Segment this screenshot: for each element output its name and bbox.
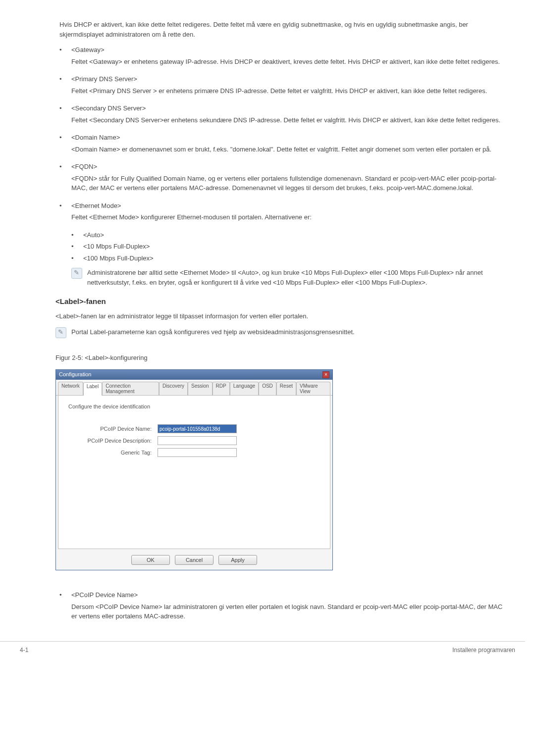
tab-reset[interactable]: Reset xyxy=(276,382,296,395)
dialog-titlebar: Configuration × xyxy=(56,370,332,380)
sub-bullet-text: <10 Mbps Full-Duplex> xyxy=(83,242,505,252)
tab-language[interactable]: Language xyxy=(230,382,259,395)
tab-network[interactable]: Network xyxy=(58,382,83,395)
form-input[interactable] xyxy=(158,436,237,445)
bullet-title: <FQDN> xyxy=(71,162,505,172)
form-input[interactable] xyxy=(158,448,237,457)
figure-caption: Figur 2-5: <Label>-konfigurering xyxy=(55,353,505,363)
tab-discovery[interactable]: Discovery xyxy=(159,382,188,395)
tab-connection-management[interactable]: Connection Management xyxy=(102,382,159,395)
bullet-desc: Feltet <Primary DNS Server > er enhetens… xyxy=(71,86,505,96)
bullet-marker: • xyxy=(71,242,83,252)
bullet-title: <Primary DNS Server> xyxy=(71,74,505,84)
bullet-marker: • xyxy=(59,45,71,71)
form-label: PCoIP Device Name: xyxy=(68,426,158,432)
bullet-marker: • xyxy=(59,74,71,101)
footer-section-name: Installere programvaren xyxy=(452,647,515,654)
sub-bullet-text: <Auto> xyxy=(83,230,505,240)
note-icon xyxy=(55,327,66,338)
footer-page-number: 4-1 xyxy=(20,647,28,654)
note-text: Administratorene bør alltid sette <Ether… xyxy=(87,268,505,287)
bullet-desc: Feltet <Secondary DNS Server>er enhetens… xyxy=(71,115,505,125)
tab-label[interactable]: Label xyxy=(83,382,102,396)
tab-vmware-view[interactable]: VMware View xyxy=(296,382,330,395)
section-note: Portal Label-parameterne kan også konfig… xyxy=(71,327,505,338)
bullet-marker: • xyxy=(71,253,83,263)
bullet-title: <Domain Name> xyxy=(71,133,505,143)
form-label: Generic Tag: xyxy=(68,450,158,455)
dialog-title: Configuration xyxy=(59,371,91,378)
bullet-title: <Secondary DNS Server> xyxy=(71,103,505,113)
bullet-desc: <Domain Name> er domenenavnet som er bru… xyxy=(71,145,505,154)
bullet-marker: • xyxy=(59,201,71,227)
bullet-marker: • xyxy=(59,103,71,130)
bullet-marker: • xyxy=(71,230,83,240)
bullet-title-pcoip-device-name: <PCoIP Device Name> xyxy=(71,590,505,600)
ok-button[interactable]: OK xyxy=(131,555,170,565)
dialog-body-heading: Configure the device identification xyxy=(68,403,320,409)
intro-paragraph: Hvis DHCP er aktivert, kan ikke dette fe… xyxy=(59,20,505,39)
tab-session[interactable]: Session xyxy=(188,382,213,395)
section-title-label: <Label>-fanen xyxy=(55,297,505,305)
form-label: PCoIP Device Description: xyxy=(68,438,158,444)
bullet-desc: Feltet <Ethernet Mode> konfigurerer Ethe… xyxy=(71,212,505,222)
bullet-desc: <FQDN> står for Fully Qualified Domain N… xyxy=(71,174,505,193)
form-input[interactable] xyxy=(158,424,237,433)
bullet-desc-pcoip-device-name: Dersom <PCoIP Device Name> lar administr… xyxy=(71,602,505,621)
bullet-marker: • xyxy=(59,133,71,159)
tabs-row: NetworkLabelConnection ManagementDiscove… xyxy=(56,380,332,396)
configuration-dialog-figure: Configuration × NetworkLabelConnection M… xyxy=(55,369,505,570)
bullet-desc: Feltet <Gateway> er enhetens gateway IP-… xyxy=(71,57,505,67)
cancel-button[interactable]: Cancel xyxy=(175,555,214,565)
bullet-title: <Ethernet Mode> xyxy=(71,201,505,211)
tab-osd[interactable]: OSD xyxy=(259,382,276,395)
note-icon xyxy=(71,268,82,279)
tab-rdp[interactable]: RDP xyxy=(213,382,230,395)
bullet-title: <Gateway> xyxy=(71,45,505,55)
close-icon[interactable]: × xyxy=(322,371,329,378)
sub-bullet-text: <100 Mbps Full-Duplex> xyxy=(83,253,505,263)
bullet-marker: • xyxy=(59,162,71,198)
bullet-marker: • xyxy=(59,590,71,626)
section-intro: <Label>-fanen lar en administrator legge… xyxy=(55,311,505,321)
apply-button[interactable]: Apply xyxy=(218,555,257,565)
